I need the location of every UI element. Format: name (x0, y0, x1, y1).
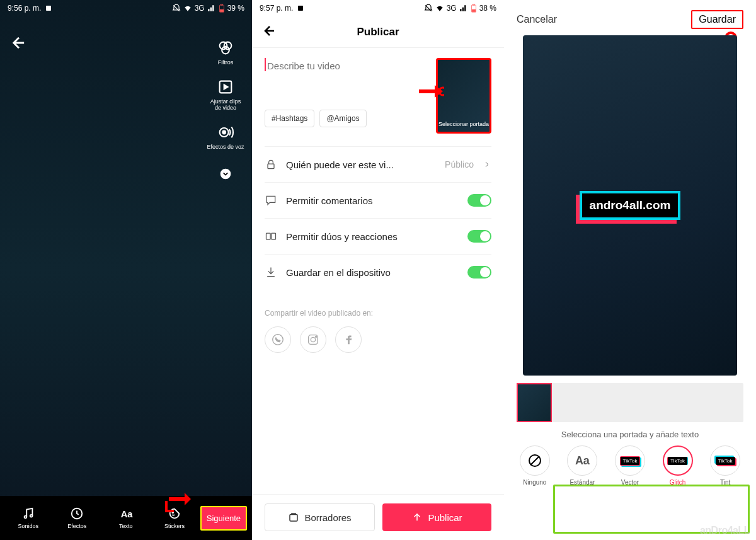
filters-icon (217, 39, 234, 57)
screen-edit-video: 9:56 p. m. 3G 39 % Filtros Ajustar clips… (0, 0, 252, 540)
chevron-right-icon (483, 158, 491, 171)
frame-timeline[interactable] (517, 383, 743, 422)
edit-bottom-bar: Sonidos Efectos Aa Texto Stickers Siguie… (0, 496, 252, 540)
svg-point-6 (224, 42, 232, 50)
svg-rect-4 (220, 9, 224, 12)
share-facebook[interactable] (335, 326, 362, 353)
text-icon: Aa (119, 507, 133, 520)
filter-standard[interactable]: Aa Estándar (561, 445, 605, 486)
annotation-pointer (163, 483, 194, 515)
comments-toggle[interactable] (467, 194, 491, 207)
wifi-icon (435, 4, 444, 13)
battery-icon (471, 4, 477, 13)
next-button[interactable]: Siguiente (200, 506, 247, 531)
svg-point-10 (222, 131, 226, 134)
download-icon (265, 266, 277, 279)
page-title: Publicar (357, 26, 399, 38)
privacy-setting[interactable]: Quién puede ver este vi... Público (265, 146, 491, 182)
svg-point-13 (30, 515, 32, 517)
save-button[interactable]: Guardar (691, 10, 743, 29)
drafts-icon (288, 512, 299, 523)
comment-icon (265, 194, 277, 207)
duets-toggle[interactable] (467, 230, 491, 243)
timeline-selected-frame[interactable] (517, 383, 552, 422)
svg-point-7 (222, 47, 229, 54)
back-button[interactable] (10, 34, 28, 54)
expand-tools-button[interactable] (219, 168, 232, 183)
cover-thumbnail[interactable]: Seleccionar portada (436, 58, 491, 134)
notification-icon (45, 4, 52, 12)
publish-header: Publicar (252, 16, 504, 48)
filter-glitch[interactable]: TikTok Glitch (656, 445, 700, 486)
voice-effects-tool[interactable]: Efectos de voz (207, 124, 244, 150)
svg-point-29 (316, 336, 317, 338)
svg-point-11 (220, 169, 231, 180)
description-input[interactable] (265, 58, 387, 71)
save-toggle[interactable] (467, 266, 491, 279)
drafts-button[interactable]: Borradores (265, 503, 375, 531)
svg-rect-17 (298, 6, 303, 11)
battery-percent: 39 % (227, 4, 244, 13)
hashtags-chip[interactable]: #Hashtags (265, 110, 314, 127)
edit-tools-sidebar: Filtros Ajustar clips de video Efectos d… (207, 39, 244, 183)
brand-overlay: andro4all.com (580, 191, 681, 220)
effects-tool[interactable]: Efectos (54, 507, 100, 529)
sounds-tool[interactable]: Sonidos (5, 507, 51, 529)
svg-rect-23 (268, 164, 274, 169)
svg-rect-3 (220, 4, 222, 5)
status-time: 9:56 p. m. (8, 4, 41, 13)
duet-icon (265, 230, 277, 243)
save-device-setting: Guardar en el dispositivo (265, 254, 491, 290)
battery-icon (219, 4, 225, 13)
svg-point-28 (311, 337, 315, 342)
publish-button[interactable]: Publicar (382, 503, 491, 531)
friends-chip[interactable]: @Amigos (319, 110, 366, 127)
text-style-row: Ninguno Aa Estándar TikTok Vector TikTok… (504, 445, 756, 495)
svg-rect-20 (472, 4, 474, 5)
filter-tint[interactable]: TikTok Tint (703, 445, 747, 486)
svg-rect-21 (472, 9, 476, 12)
music-icon (21, 507, 35, 520)
effects-icon (70, 507, 84, 520)
svg-rect-25 (272, 233, 276, 239)
watermark: anDro4aLL (700, 525, 750, 536)
share-whatsapp[interactable] (265, 326, 291, 353)
screen-publish: 9:57 p. m. 3G 38 % Publicar #Hashtags @A… (252, 0, 504, 540)
svg-rect-30 (290, 515, 297, 522)
network-type: 3G (195, 4, 205, 13)
svg-text:Aa: Aa (120, 509, 132, 519)
filter-vector[interactable]: TikTok Vector (608, 445, 652, 486)
network-type: 3G (447, 4, 457, 13)
chevron-down-icon (219, 168, 232, 180)
status-bar: 9:56 p. m. 3G 39 % (0, 0, 252, 16)
signal-icon (459, 4, 468, 13)
comments-setting: Permitir comentarios (265, 182, 491, 218)
svg-rect-0 (46, 6, 51, 11)
screen-cover-select: Cancelar Guardar andro4all.com Seleccion… (504, 0, 756, 540)
instagram-icon (306, 333, 320, 347)
cover-label: Seleccionar portada (438, 121, 489, 128)
voice-effects-icon (217, 124, 234, 141)
mute-icon (424, 4, 433, 13)
filters-tool[interactable]: Filtros (217, 39, 234, 66)
adjust-clips-icon (217, 78, 234, 96)
notification-icon (297, 4, 304, 12)
svg-line-33 (530, 456, 539, 465)
cover-preview: andro4all.com (523, 35, 737, 376)
signal-icon (207, 4, 216, 13)
battery-percent: 38 % (479, 4, 496, 13)
back-button[interactable] (262, 23, 277, 41)
cancel-button[interactable]: Cancelar (517, 14, 557, 25)
filter-instructions: Selecciona una portada y añade texto (504, 430, 756, 439)
svg-point-12 (24, 516, 26, 519)
lock-icon (265, 158, 277, 171)
status-bar: 9:57 p. m. 3G 38 % (252, 0, 504, 16)
adjust-clips-tool[interactable]: Ajustar clips de video (207, 78, 244, 111)
svg-rect-24 (266, 233, 271, 239)
whatsapp-icon (271, 333, 285, 347)
share-instagram[interactable] (300, 326, 326, 353)
text-tool[interactable]: Aa Texto (103, 507, 149, 529)
filter-none[interactable]: Ninguno (513, 445, 557, 486)
mute-icon (172, 4, 181, 13)
annotation-pointer (413, 76, 444, 107)
